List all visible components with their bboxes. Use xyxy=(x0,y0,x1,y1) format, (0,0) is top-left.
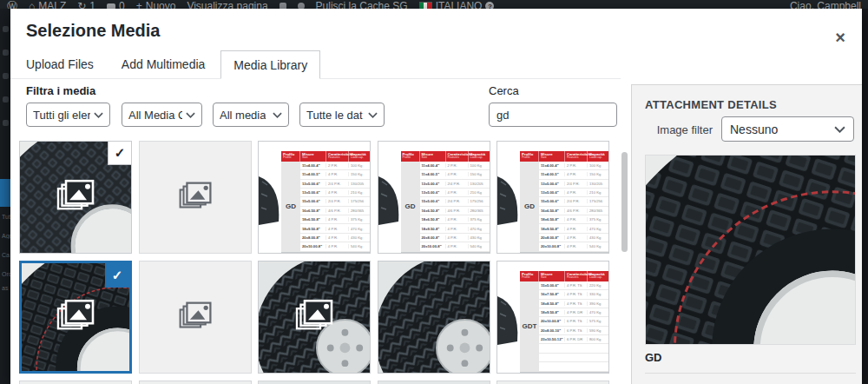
sidebar-fragment: Tut xyxy=(2,214,10,220)
site-name: MALZ xyxy=(38,0,66,9)
media-item-tire-knobby[interactable]: ✓ xyxy=(19,141,132,254)
italian-flag-icon xyxy=(419,2,432,9)
gallery-stack-icon xyxy=(178,182,213,212)
image-filter-select[interactable]: Nessuno xyxy=(721,116,854,142)
plugin-dot-icon[interactable] xyxy=(298,3,305,9)
sidebar-fragment: Agg xyxy=(2,233,10,239)
language-label: ITALIANO xyxy=(436,0,483,9)
check-icon: ✓ xyxy=(105,263,129,288)
sidebar-icon xyxy=(3,73,9,79)
media-item-partial[interactable] xyxy=(19,381,132,384)
sidebar-fragment: as xyxy=(2,285,10,291)
gallery-stack-icon xyxy=(56,299,95,334)
media-item-tire-rim[interactable] xyxy=(378,261,490,374)
admin-bar-greeting[interactable]: Ciao, Campbell xyxy=(790,0,861,9)
chevron-down-icon xyxy=(834,126,845,133)
chevron-down-icon xyxy=(368,112,378,118)
admin-bar-updates[interactable]: ↻ 1 xyxy=(77,0,95,9)
attachment-preview xyxy=(645,155,856,345)
panel-divider xyxy=(645,373,856,374)
media-item-partial[interactable] xyxy=(378,381,490,384)
admin-bar-new[interactable]: + Nuovo xyxy=(136,0,176,9)
close-icon[interactable]: × xyxy=(829,26,852,49)
attachment-caption: GD xyxy=(645,351,662,364)
media-item-partial[interactable] xyxy=(139,381,252,384)
search-label: Cerca xyxy=(489,84,519,97)
check-icon: ✓ xyxy=(108,141,132,165)
tab-media-library[interactable]: Media Library xyxy=(220,50,320,79)
spec-table-thumbnail: ProfiloProfileMisureSizeCaratteristicheF… xyxy=(520,151,609,253)
filter-type-value: Tutti gli eler xyxy=(33,109,90,122)
filter-category-value: All Media C xyxy=(128,109,182,122)
updates-count: 1 xyxy=(89,0,95,9)
attachment-details-heading: ATTACHMENT DETAILS xyxy=(645,98,777,111)
view-page-label: Visualizza pagina xyxy=(187,0,267,9)
admin-bar-cache[interactable]: Pulisci la Cache SG xyxy=(316,0,408,9)
new-label: Nuovo xyxy=(146,0,176,9)
media-item-spec-table-gd[interactable]: ProfiloProfileMisureSizeCaratteristicheF… xyxy=(496,141,609,254)
modal-title: Selezione Media xyxy=(26,21,161,41)
sidebar-fragment: Ord xyxy=(2,271,10,277)
sidebar-icon xyxy=(3,120,9,126)
filter-type-select[interactable]: Tutti gli eler xyxy=(26,103,110,127)
spec-table-thumbnail: ProfiloProfileMisureSizeCaratteristicheF… xyxy=(281,151,371,253)
media-grid: ✓ ProfiloProfileMisureSizeCaratteristich… xyxy=(19,141,627,384)
spec-table-thumbnail: ProfiloProfileMisureSizeCaratteristicheF… xyxy=(520,271,609,373)
greeting-label: Ciao, Campbell xyxy=(790,0,861,9)
image-filter-label: Image filter xyxy=(645,123,713,136)
admin-bar-language[interactable]: ITALIANO ? xyxy=(419,0,495,9)
tire-photo xyxy=(378,262,490,373)
home-icon: ⌂ xyxy=(29,1,35,9)
sidebar-icon xyxy=(3,26,9,32)
chevron-down-icon xyxy=(273,112,282,118)
sidebar-icon xyxy=(3,96,9,103)
tire-photo-large xyxy=(646,156,855,344)
filter-date-value: Tutte le dat xyxy=(306,109,363,122)
admin-bar-comments[interactable]: 0 xyxy=(107,0,125,9)
media-modal: Selezione Media × Upload Files Add Multi… xyxy=(10,9,862,384)
gallery-stack-icon xyxy=(294,299,334,334)
media-item-partial[interactable] xyxy=(496,381,609,384)
media-item-spec-table-gd[interactable]: ProfiloProfileMisureSizeCaratteristicheF… xyxy=(378,141,490,254)
gallery-stack-icon xyxy=(56,179,95,214)
media-item-placeholder[interactable] xyxy=(139,261,252,374)
grid-scrollbar-thumb[interactable] xyxy=(621,152,628,252)
wordpress-logo-icon[interactable]: Ⓦ xyxy=(7,1,17,9)
filter-media-value: All media xyxy=(220,109,266,122)
media-item-tire-rim[interactable] xyxy=(258,261,371,374)
updates-icon: ↻ xyxy=(77,1,86,9)
tab-upload-files[interactable]: Upload Files xyxy=(14,50,106,78)
screen: Ⓦ ⌂ MALZ ↻ 1 0 + Nuovo Visualizza pagina xyxy=(0,0,868,384)
admin-sidebar-strip: Tut Agg Ca Ord as xyxy=(0,9,10,384)
spec-table-thumbnail: ProfiloProfileMisureSizeCaratteristicheF… xyxy=(401,151,490,253)
sidebar-icon xyxy=(3,50,9,56)
tab-bar: Upload Files Add Multimedia Media Librar… xyxy=(10,50,621,79)
admin-top-bar: Ⓦ ⌂ MALZ ↻ 1 0 + Nuovo Visualizza pagina xyxy=(0,0,868,9)
sidebar-active-item xyxy=(0,179,10,207)
media-item-placeholder[interactable] xyxy=(139,141,252,254)
chevron-down-icon xyxy=(94,112,103,118)
media-item-spec-table-gd[interactable]: ProfiloProfileMisureSizeCaratteristicheF… xyxy=(258,141,371,254)
plugin-icon[interactable] xyxy=(279,3,286,9)
search-input[interactable] xyxy=(489,103,617,127)
filter-date-select[interactable]: Tutte le dat xyxy=(299,103,385,127)
filter-media-select[interactable]: All media xyxy=(213,103,289,127)
help-icon: ? xyxy=(485,2,494,9)
image-filter-value: Nessuno xyxy=(730,122,778,136)
admin-bar-view-page[interactable]: Visualizza pagina xyxy=(187,0,267,9)
tab-add-multimedia[interactable]: Add Multimedia xyxy=(109,50,218,78)
plus-icon: + xyxy=(136,1,142,9)
sidebar-fragment: Ca xyxy=(2,252,10,258)
comments-count: 0 xyxy=(119,0,125,9)
media-item-partial[interactable] xyxy=(258,381,371,384)
cache-label: Pulisci la Cache SG xyxy=(316,0,408,9)
admin-bar-site[interactable]: ⌂ MALZ xyxy=(29,0,66,9)
filter-heading: Filtra i media xyxy=(26,84,95,97)
attachment-details-panel: ATTACHMENT DETAILS Image filter Nessuno … xyxy=(631,84,862,384)
media-item-tire-turf-selected[interactable]: ✓ xyxy=(19,261,132,374)
filter-category-select[interactable]: All Media C xyxy=(122,103,202,127)
chevron-down-icon xyxy=(186,112,195,118)
media-item-spec-table-gdt[interactable]: ProfiloProfileMisureSizeCaratteristicheF… xyxy=(496,261,609,374)
gallery-stack-icon xyxy=(178,301,213,332)
